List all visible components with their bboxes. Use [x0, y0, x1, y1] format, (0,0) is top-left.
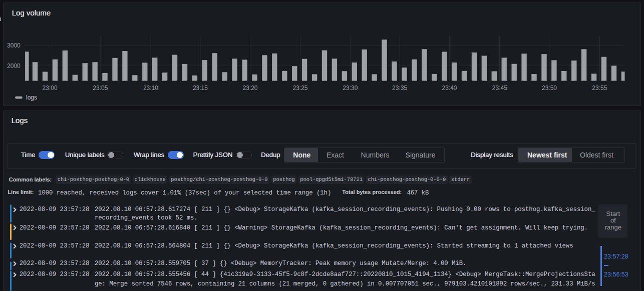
svg-text:23:50: 23:50	[542, 84, 557, 92]
svg-text:3000: 3000	[7, 42, 21, 49]
svg-text:2000: 2000	[7, 62, 21, 70]
svg-text:23:30: 23:30	[343, 84, 358, 92]
svg-text:logs: logs	[26, 94, 37, 101]
svg-text:23:55: 23:55	[592, 84, 607, 92]
svg-text:23:35: 23:35	[392, 84, 407, 92]
svg-text:23:45: 23:45	[492, 84, 507, 92]
svg-text:23:40: 23:40	[442, 84, 457, 92]
svg-text:23:10: 23:10	[143, 84, 158, 92]
svg-text:23:15: 23:15	[193, 84, 208, 92]
svg-text:23:00: 23:00	[43, 84, 58, 92]
svg-text:23:05: 23:05	[93, 84, 108, 92]
svg-text:23:25: 23:25	[292, 84, 307, 92]
svg-text:23:20: 23:20	[242, 84, 257, 92]
